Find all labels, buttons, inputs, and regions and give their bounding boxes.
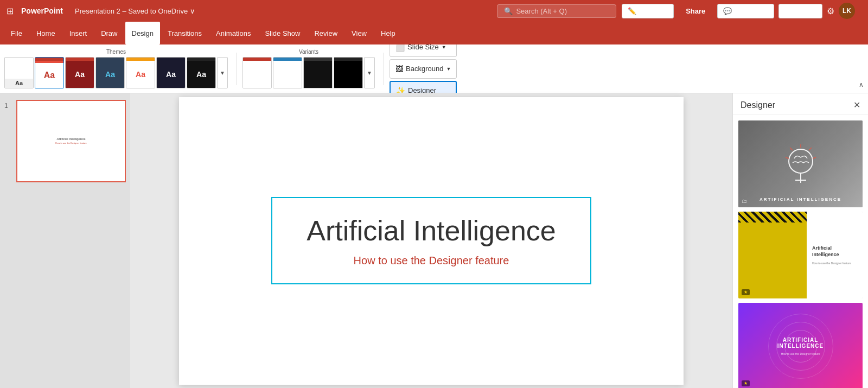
ribbon-separator-1 (237, 53, 237, 85)
svg-line-5 (813, 157, 816, 158)
card1-badge: 🗂 (742, 198, 747, 204)
slide-text-box[interactable]: Artificial Intelligence How to use the D… (271, 197, 591, 284)
card2-sub: How to use the Designer feature (812, 262, 857, 265)
card1-text: ARTIFICIAL INTELLIGENCE (738, 197, 863, 202)
themes-label: Themes (106, 49, 126, 55)
ribbon-collapse-button[interactable]: ∧ (859, 81, 864, 91)
menu-review[interactable]: Review (308, 22, 344, 44)
editing-chevron: ∨ (662, 7, 668, 15)
variant-1[interactable] (242, 57, 272, 88)
card2-title: ArtificialIntelligence (812, 245, 857, 258)
svg-line-4 (809, 148, 812, 150)
svg-point-0 (789, 149, 813, 173)
slide-size-button[interactable]: ⬜ Slide Size ▼ (390, 44, 457, 57)
slide-canvas[interactable]: Artificial Intelligence How to use the D… (179, 97, 684, 385)
present-button[interactable]: Present ∨ (778, 4, 822, 18)
slide-subtitle: How to use the Designer feature (294, 255, 569, 267)
design-card-2[interactable]: ArtificialIntelligence How to use the De… (738, 212, 863, 298)
card3-badge: ★ (742, 380, 750, 386)
theme-red[interactable]: Aa (35, 57, 64, 88)
waffle-icon[interactable]: ⊞ (7, 6, 14, 16)
slide-thumbnail-1[interactable]: Artificial Intelligence How to use the D… (16, 100, 126, 182)
design-card-3[interactable]: ARTIFICIALINTELLIGENCE How to use the De… (738, 303, 863, 388)
theme-dark-red[interactable]: Aa (65, 57, 94, 88)
menu-home[interactable]: Home (30, 22, 62, 44)
slide-title: Artificial Intelligence (294, 214, 569, 247)
header-right: ✏️ Editing ∨ Share 💬 Comments Present ∨ … (622, 3, 861, 19)
theme-blank[interactable]: Aa (4, 57, 34, 88)
card3-content: ARTIFICIALINTELLIGENCE How to use the De… (777, 337, 824, 355)
background-button[interactable]: 🖼 Background ▼ (390, 59, 457, 79)
comments-button[interactable]: 💬 Comments (717, 4, 774, 18)
designer-title: Designer (741, 100, 775, 110)
menu-bar: File Home Insert Draw Design Transitions… (0, 22, 868, 44)
designer-panel: Designer ✕ (732, 93, 868, 388)
slide-thumb-sub: How to use the Designer feature (55, 142, 86, 144)
present-chevron: ∨ (811, 7, 816, 15)
menu-slideshow[interactable]: Slide Show (258, 22, 307, 44)
svg-line-7 (786, 157, 789, 158)
svg-line-6 (790, 148, 793, 150)
main-layout: 1 Artificial Intelligence How to use the… (0, 93, 868, 388)
card3-title: ARTIFICIALINTELLIGENCE (777, 337, 824, 349)
card2-badge: ★ (742, 289, 750, 295)
title-bar: ⊞ PowerPoint Presentation 2 – Saved to O… (0, 0, 868, 22)
menu-file[interactable]: File (4, 22, 29, 44)
variant-3[interactable] (303, 57, 333, 88)
theme-teal[interactable]: Aa (95, 57, 125, 88)
comments-icon: 💬 (723, 7, 732, 15)
document-title: Presentation 2 – Saved to OneDrive ∨ (75, 7, 492, 15)
background-chevron: ▼ (446, 66, 451, 72)
search-box[interactable]: 🔍 (497, 4, 616, 18)
canvas-area: Artificial Intelligence How to use the D… (130, 93, 732, 388)
slide-size-chevron: ▼ (442, 44, 446, 50)
menu-insert[interactable]: Insert (63, 22, 94, 44)
user-avatar[interactable]: LK (839, 3, 855, 19)
variants-dropdown-button[interactable]: ▼ (364, 57, 375, 88)
slide-thumb-title: Artificial Intelligence (56, 137, 85, 141)
share-button[interactable]: Share (678, 4, 713, 18)
slide-thumbnail-wrap-1: 1 Artificial Intelligence How to use the… (4, 100, 126, 182)
menu-design[interactable]: Design (125, 22, 160, 44)
variant-4[interactable] (334, 57, 363, 88)
app-name: PowerPoint (21, 7, 63, 15)
theme-dark2[interactable]: Aa (187, 57, 216, 88)
slide-size-icon: ⬜ (395, 44, 405, 52)
menu-animations[interactable]: Animations (209, 22, 257, 44)
editing-button[interactable]: ✏️ Editing ∨ (622, 4, 674, 18)
slide-panel: 1 Artificial Intelligence How to use the… (0, 93, 130, 388)
search-icon: 🔍 (504, 7, 513, 15)
ribbon: Themes Aa Aa Aa Aa Aa (0, 44, 868, 93)
search-input[interactable] (516, 7, 603, 15)
designer-close-button[interactable]: ✕ (853, 100, 860, 110)
themes-dropdown-button[interactable]: ▼ (217, 57, 228, 88)
variant-2[interactable] (273, 57, 302, 88)
editing-icon: ✏️ (628, 7, 636, 15)
ribbon-separator-2 (384, 53, 384, 85)
editing-label: Editing (639, 7, 660, 15)
menu-view[interactable]: View (345, 22, 373, 44)
slide-number-1: 1 (4, 100, 13, 110)
designer-icon: ✨ (396, 86, 405, 94)
variants-label: Variants (299, 49, 318, 55)
designer-suggestions: ARTIFICIAL INTELLIGENCE 🗂 ArtificialInte… (733, 115, 868, 388)
theme-dark[interactable]: Aa (156, 57, 186, 88)
menu-draw[interactable]: Draw (94, 22, 124, 44)
card3-sub: How to use the Designer feature (777, 352, 824, 355)
menu-help[interactable]: Help (374, 22, 402, 44)
customize-section: ⬜ Slide Size ▼ 🖼 Background ▼ ✨ Designer (390, 44, 457, 93)
theme-swatches: Aa Aa Aa Aa Aa Aa (4, 57, 228, 88)
designer-button[interactable]: ✨ Designer (390, 81, 457, 94)
menu-transitions[interactable]: Transitions (161, 22, 208, 44)
design-card-1[interactable]: ARTIFICIAL INTELLIGENCE 🗂 (738, 120, 863, 207)
background-icon: 🖼 (395, 65, 403, 73)
designer-header: Designer ✕ (733, 93, 868, 115)
theme-orange[interactable]: Aa (126, 57, 155, 88)
settings-icon[interactable]: ⚙ (827, 6, 834, 16)
